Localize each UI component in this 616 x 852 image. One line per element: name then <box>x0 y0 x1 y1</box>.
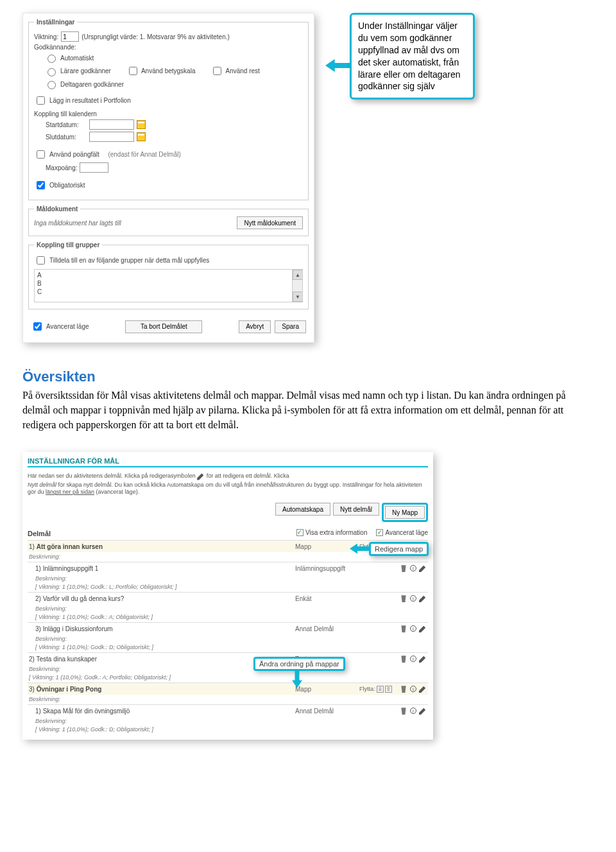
list-item: 2) Varför vill du gå denna kurs?Enkäti <box>28 592 428 604</box>
item-meta: [ Viktning: 1 (10,0%); Godk.: D; Obligat… <box>28 726 428 735</box>
group-item[interactable]: C <box>37 288 291 296</box>
cb-betyg[interactable] <box>129 67 137 75</box>
viktning-input[interactable] <box>61 31 79 42</box>
group-item[interactable]: B <box>37 279 291 288</box>
list-item: 1) Skapa Mål för din övningsmiljöAnnat D… <box>28 704 428 717</box>
item-name: 1) Skapa Mål för din övningsmiljö <box>35 708 295 715</box>
radio-larare-label: Lärare godkänner <box>60 67 111 74</box>
scrollbar[interactable]: ▲ ▼ <box>292 270 302 302</box>
item-description-label: Beskrivning: <box>28 717 428 726</box>
cb-portfolio[interactable] <box>37 96 45 105</box>
item-description-label: Beskrivning: <box>28 574 428 584</box>
cb-avancerat-lage[interactable] <box>33 322 42 331</box>
spara-button[interactable]: Spara <box>275 320 306 333</box>
item-name: 1) Att göra innan kursen <box>29 543 295 550</box>
item-description-label: Beskrivning: <box>28 634 428 644</box>
calendar-icon[interactable] <box>137 120 146 129</box>
cb-obligatoriskt[interactable] <box>37 181 45 189</box>
radio-deltagare[interactable] <box>47 81 56 89</box>
cb-poangfalt[interactable] <box>37 150 45 159</box>
trash-icon[interactable] <box>400 655 407 663</box>
cb-portfolio-label: Lägg in resultatet i Portfolion <box>49 97 131 104</box>
edit-icon[interactable] <box>419 707 427 715</box>
scroll-down-icon[interactable]: ▼ <box>293 291 303 302</box>
edit-icon[interactable] <box>419 625 427 632</box>
nytt-delmal-button[interactable]: Nytt delmål <box>333 503 379 516</box>
item-type: Inlämningsuppgift <box>295 565 359 572</box>
trash-icon[interactable] <box>400 625 407 632</box>
automatskapa-button[interactable]: Automatskapa <box>275 503 330 516</box>
item-description-label: Beskrivning: <box>28 604 428 614</box>
radio-deltagare-label: Deltagaren godkänner <box>60 81 124 88</box>
info-icon[interactable]: i <box>410 595 416 602</box>
item-actions: i <box>395 685 427 693</box>
cb-visa-extra[interactable]: ✓Visa extra information <box>296 527 368 537</box>
item-description-label: Beskrivning: <box>28 695 428 704</box>
maxpoang-input[interactable] <box>80 162 108 173</box>
callout-arrow-icon <box>350 544 369 554</box>
item-name: 3) Övningar i Ping Pong <box>29 686 295 693</box>
item-actions: i <box>395 655 427 663</box>
radio-larare[interactable] <box>47 68 56 76</box>
radio-auto[interactable] <box>47 55 56 63</box>
cb-rest[interactable] <box>213 67 221 75</box>
item-move: Flytta:⇩⇧ <box>359 686 395 693</box>
item-actions: i <box>395 625 427 632</box>
cb-avancerat[interactable]: ✓Avancerat läge <box>376 527 428 537</box>
edit-icon[interactable] <box>419 685 427 693</box>
item-type: Enkät <box>295 595 359 602</box>
item-actions: i <box>395 564 427 572</box>
slutdatum-label: Slutdatum: <box>46 134 87 141</box>
info-icon[interactable]: i <box>410 625 416 632</box>
edit-icon[interactable] <box>419 655 427 663</box>
cb-avancerat-label: Avancerat läge <box>385 529 428 536</box>
startdatum-input[interactable] <box>89 119 134 130</box>
group-item[interactable]: A <box>37 271 291 279</box>
item-type: Mapp <box>295 686 359 693</box>
arrow-down-icon[interactable]: ⇩ <box>377 686 384 693</box>
grupper-fieldset: Koppling till grupper Tilldela till en a… <box>28 241 309 309</box>
overview-screenshot: INSTÄLLNINGAR FÖR MÅL Här nedan ser du a… <box>22 452 433 740</box>
koppling-kal-label: Koppling till kalendern <box>34 110 97 117</box>
callout-arrow-icon <box>292 669 302 688</box>
calendar-icon[interactable] <box>137 132 146 141</box>
overview-title: INSTÄLLNINGAR FÖR MÅL <box>28 457 428 467</box>
avbryt-button[interactable]: Avbryt <box>239 320 271 333</box>
ta-bort-delmal-button[interactable]: Ta bort Delmålet <box>125 320 202 333</box>
cb-betyg-label: Använd betygskala <box>141 67 196 74</box>
list-item: 3) Inlägg i DiskussionforumAnnat Delmåli <box>28 622 428 634</box>
cb-avancerat-lage-label: Avancerat läge <box>46 323 89 330</box>
info-icon[interactable]: i <box>410 565 416 571</box>
item-name: 1) Inlämningsuppgift 1 <box>35 565 295 572</box>
group-listbox[interactable]: A B C ▲ ▼ <box>34 269 303 302</box>
scroll-up-icon[interactable]: ▲ <box>293 270 303 280</box>
trash-icon[interactable] <box>400 685 407 693</box>
item-description-label: Beskrivning: <box>28 665 428 674</box>
info-icon[interactable]: i <box>410 708 416 714</box>
settings-fieldset: Inställningar Viktning: (Ursprungligt vä… <box>28 19 309 200</box>
ny-mapp-button[interactable]: Ny Mapp <box>385 506 425 519</box>
info-icon[interactable]: i <box>410 686 416 692</box>
item-actions: i <box>395 595 427 602</box>
info-icon[interactable]: i <box>410 656 416 662</box>
nytt-maldokument-button[interactable]: Nytt måldokument <box>237 216 303 229</box>
slutdatum-input[interactable] <box>89 132 134 142</box>
list-item: 3) Övningar i Ping PongMappFlytta:⇩⇧i <box>28 682 428 695</box>
section-title: Översikten <box>22 369 594 385</box>
list-item: 1) Inlämningsuppgift 1Inlämningsuppgifti <box>28 562 428 574</box>
arrow-up-icon[interactable]: ⇧ <box>385 686 392 693</box>
cb-visa-extra-label: Visa extra information <box>305 529 368 536</box>
trash-icon[interactable] <box>400 707 407 715</box>
trash-icon[interactable] <box>400 595 407 602</box>
edit-icon <box>197 473 205 480</box>
item-actions: i <box>395 707 427 715</box>
maldokument-fieldset: Måldokument Inga måldokument har lagts t… <box>28 205 309 236</box>
radio-auto-label: Automatiskt <box>60 55 94 62</box>
viktning-note: (Ursprungligt värde: 1. Motsvarar 9% av … <box>81 33 230 40</box>
callout-instruction-text: Under Inställningar väljer du vem som go… <box>358 21 461 91</box>
trash-icon[interactable] <box>400 564 407 572</box>
edit-icon[interactable] <box>419 564 427 572</box>
edit-icon[interactable] <box>419 595 427 602</box>
cb-tilldela-grupp[interactable] <box>37 256 45 265</box>
overview-intro-1: Här nedan ser du aktivitetens delmål. Kl… <box>28 473 428 480</box>
